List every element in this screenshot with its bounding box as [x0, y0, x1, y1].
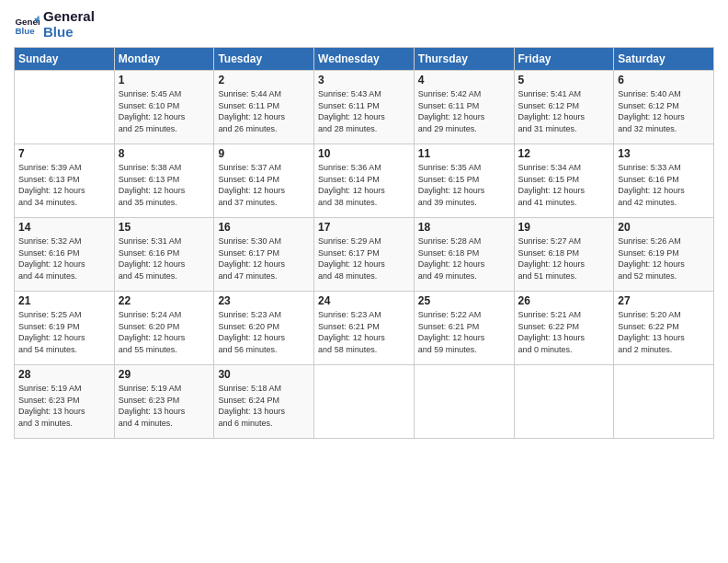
week-row-4: 21Sunrise: 5:25 AM Sunset: 6:19 PM Dayli…: [15, 292, 714, 365]
day-info: Sunrise: 5:26 AM Sunset: 6:19 PM Dayligh…: [618, 236, 710, 282]
day-number: 29: [119, 368, 210, 381]
day-info: Sunrise: 5:40 AM Sunset: 6:12 PM Dayligh…: [618, 88, 710, 134]
day-info: Sunrise: 5:22 AM Sunset: 6:21 PM Dayligh…: [418, 309, 510, 355]
calendar-cell: 5Sunrise: 5:41 AM Sunset: 6:12 PM Daylig…: [514, 71, 614, 144]
calendar-cell: 1Sunrise: 5:45 AM Sunset: 6:10 PM Daylig…: [114, 71, 214, 144]
day-header-monday: Monday: [114, 48, 214, 71]
day-number: 10: [318, 147, 410, 160]
calendar-cell: 17Sunrise: 5:29 AM Sunset: 6:17 PM Dayli…: [314, 218, 415, 292]
day-info: Sunrise: 5:36 AM Sunset: 6:14 PM Dayligh…: [318, 162, 410, 208]
day-header-sunday: Sunday: [15, 48, 115, 71]
calendar-cell: 3Sunrise: 5:43 AM Sunset: 6:11 PM Daylig…: [314, 71, 415, 144]
day-number: 23: [218, 294, 310, 307]
calendar-cell: 7Sunrise: 5:39 AM Sunset: 6:13 PM Daylig…: [15, 144, 115, 218]
day-info: Sunrise: 5:30 AM Sunset: 6:17 PM Dayligh…: [218, 236, 310, 282]
calendar-cell: 27Sunrise: 5:20 AM Sunset: 6:22 PM Dayli…: [614, 292, 714, 365]
calendar-cell: 20Sunrise: 5:26 AM Sunset: 6:19 PM Dayli…: [614, 218, 714, 292]
calendar-cell: 26Sunrise: 5:21 AM Sunset: 6:22 PM Dayli…: [514, 292, 614, 365]
calendar-cell: 6Sunrise: 5:40 AM Sunset: 6:12 PM Daylig…: [614, 71, 714, 144]
day-number: 7: [18, 147, 110, 160]
day-number: 28: [18, 368, 110, 381]
calendar-cell: 18Sunrise: 5:28 AM Sunset: 6:18 PM Dayli…: [414, 218, 514, 292]
calendar-cell: 13Sunrise: 5:33 AM Sunset: 6:16 PM Dayli…: [614, 144, 714, 218]
header: General Blue General Blue: [14, 9, 714, 40]
day-info: Sunrise: 5:27 AM Sunset: 6:18 PM Dayligh…: [518, 236, 610, 282]
calendar-cell: 21Sunrise: 5:25 AM Sunset: 6:19 PM Dayli…: [15, 292, 115, 365]
calendar-cell: [15, 71, 115, 144]
day-number: 14: [18, 221, 110, 234]
day-number: 21: [18, 294, 110, 307]
calendar-cell: 15Sunrise: 5:31 AM Sunset: 6:16 PM Dayli…: [114, 218, 214, 292]
day-info: Sunrise: 5:43 AM Sunset: 6:11 PM Dayligh…: [318, 88, 410, 134]
calendar-cell: 2Sunrise: 5:44 AM Sunset: 6:11 PM Daylig…: [214, 71, 314, 144]
day-number: 13: [618, 147, 710, 160]
day-info: Sunrise: 5:35 AM Sunset: 6:15 PM Dayligh…: [418, 162, 510, 208]
calendar-cell: 11Sunrise: 5:35 AM Sunset: 6:15 PM Dayli…: [414, 144, 514, 218]
day-number: 25: [418, 294, 510, 307]
logo-blue: Blue: [43, 25, 95, 40]
day-info: Sunrise: 5:19 AM Sunset: 6:23 PM Dayligh…: [18, 383, 110, 429]
day-info: Sunrise: 5:39 AM Sunset: 6:13 PM Dayligh…: [18, 162, 110, 208]
calendar-cell: 28Sunrise: 5:19 AM Sunset: 6:23 PM Dayli…: [15, 365, 115, 439]
day-info: Sunrise: 5:44 AM Sunset: 6:11 PM Dayligh…: [218, 88, 310, 134]
day-info: Sunrise: 5:25 AM Sunset: 6:19 PM Dayligh…: [18, 309, 110, 355]
day-info: Sunrise: 5:24 AM Sunset: 6:20 PM Dayligh…: [119, 309, 210, 355]
day-header-tuesday: Tuesday: [214, 48, 314, 71]
day-number: 17: [318, 221, 410, 234]
day-info: Sunrise: 5:29 AM Sunset: 6:17 PM Dayligh…: [318, 236, 410, 282]
day-info: Sunrise: 5:37 AM Sunset: 6:14 PM Dayligh…: [218, 162, 310, 208]
logo-general: General: [43, 9, 95, 25]
day-number: 19: [518, 221, 610, 234]
day-header-wednesday: Wednesday: [314, 48, 415, 71]
day-number: 26: [518, 294, 610, 307]
logo: General Blue General Blue: [14, 9, 95, 40]
day-info: Sunrise: 5:23 AM Sunset: 6:21 PM Dayligh…: [318, 309, 410, 355]
calendar-table: SundayMondayTuesdayWednesdayThursdayFrid…: [14, 47, 714, 439]
calendar-cell: [414, 365, 514, 439]
calendar-cell: 8Sunrise: 5:38 AM Sunset: 6:13 PM Daylig…: [114, 144, 214, 218]
page-container: General Blue General Blue SundayMondayTu…: [0, 0, 728, 448]
calendar-cell: [314, 365, 415, 439]
day-number: 20: [618, 221, 710, 234]
day-number: 30: [218, 368, 310, 381]
calendar-cell: 29Sunrise: 5:19 AM Sunset: 6:23 PM Dayli…: [114, 365, 214, 439]
day-number: 12: [518, 147, 610, 160]
day-info: Sunrise: 5:32 AM Sunset: 6:16 PM Dayligh…: [18, 236, 110, 282]
calendar-cell: 19Sunrise: 5:27 AM Sunset: 6:18 PM Dayli…: [514, 218, 614, 292]
calendar-cell: 4Sunrise: 5:42 AM Sunset: 6:11 PM Daylig…: [414, 71, 514, 144]
calendar-cell: 25Sunrise: 5:22 AM Sunset: 6:21 PM Dayli…: [414, 292, 514, 365]
week-row-2: 7Sunrise: 5:39 AM Sunset: 6:13 PM Daylig…: [15, 144, 714, 218]
day-number: 6: [618, 74, 710, 86]
day-info: Sunrise: 5:42 AM Sunset: 6:11 PM Dayligh…: [418, 88, 510, 134]
header-row: SundayMondayTuesdayWednesdayThursdayFrid…: [15, 48, 714, 71]
calendar-cell: 10Sunrise: 5:36 AM Sunset: 6:14 PM Dayli…: [314, 144, 415, 218]
day-number: 22: [119, 294, 210, 307]
svg-text:Blue: Blue: [15, 25, 35, 35]
day-info: Sunrise: 5:38 AM Sunset: 6:13 PM Dayligh…: [119, 162, 210, 208]
day-info: Sunrise: 5:33 AM Sunset: 6:16 PM Dayligh…: [618, 162, 710, 208]
calendar-cell: 12Sunrise: 5:34 AM Sunset: 6:15 PM Dayli…: [514, 144, 614, 218]
logo-icon: General Blue: [14, 12, 40, 38]
day-number: 3: [318, 74, 410, 86]
calendar-cell: 22Sunrise: 5:24 AM Sunset: 6:20 PM Dayli…: [114, 292, 214, 365]
day-info: Sunrise: 5:31 AM Sunset: 6:16 PM Dayligh…: [119, 236, 210, 282]
calendar-cell: [514, 365, 614, 439]
day-number: 15: [119, 221, 210, 234]
week-row-5: 28Sunrise: 5:19 AM Sunset: 6:23 PM Dayli…: [15, 365, 714, 439]
day-info: Sunrise: 5:20 AM Sunset: 6:22 PM Dayligh…: [618, 309, 710, 355]
week-row-1: 1Sunrise: 5:45 AM Sunset: 6:10 PM Daylig…: [15, 71, 714, 144]
week-row-3: 14Sunrise: 5:32 AM Sunset: 6:16 PM Dayli…: [15, 218, 714, 292]
day-info: Sunrise: 5:45 AM Sunset: 6:10 PM Dayligh…: [119, 88, 210, 134]
day-number: 18: [418, 221, 510, 234]
day-number: 1: [119, 74, 210, 86]
day-number: 4: [418, 74, 510, 86]
calendar-cell: 30Sunrise: 5:18 AM Sunset: 6:24 PM Dayli…: [214, 365, 314, 439]
calendar-cell: 9Sunrise: 5:37 AM Sunset: 6:14 PM Daylig…: [214, 144, 314, 218]
day-header-friday: Friday: [514, 48, 614, 71]
day-info: Sunrise: 5:28 AM Sunset: 6:18 PM Dayligh…: [418, 236, 510, 282]
day-number: 11: [418, 147, 510, 160]
calendar-cell: 23Sunrise: 5:23 AM Sunset: 6:20 PM Dayli…: [214, 292, 314, 365]
calendar-cell: 16Sunrise: 5:30 AM Sunset: 6:17 PM Dayli…: [214, 218, 314, 292]
calendar-cell: [614, 365, 714, 439]
day-number: 9: [218, 147, 310, 160]
